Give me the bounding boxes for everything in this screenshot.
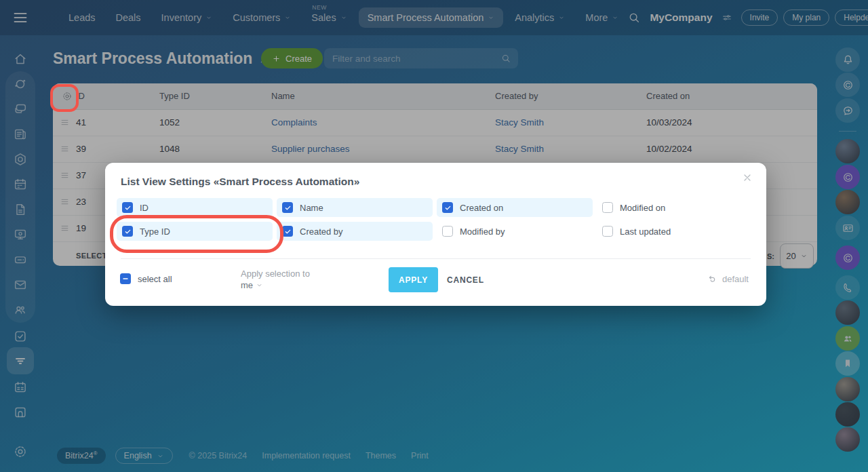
checkbox-checked[interactable] [282,226,293,237]
apply-to-value: me [241,279,253,291]
field-option-label: Name [300,203,323,213]
cancel-button[interactable]: CANCEL [447,275,484,285]
field-option-label: Created by [300,227,343,237]
checkbox-indeterminate[interactable] [120,273,131,284]
field-option-label: Last updated [620,227,671,237]
field-option-type-id[interactable]: Type ID [117,222,273,241]
field-option-label: ID [140,203,149,213]
list-view-settings-modal: List View Settings «Smart Process Automa… [105,163,766,306]
checkbox-checked[interactable] [442,202,453,213]
field-option-label: Modified by [460,227,505,237]
field-option-modified-on[interactable]: Modified on [597,198,753,217]
close-icon[interactable] [742,172,755,186]
field-option-last-updated[interactable]: Last updated [597,222,753,241]
checkbox-checked[interactable] [122,202,133,213]
apply-button[interactable]: APPLY [389,267,438,292]
checkbox-unchecked[interactable] [602,226,613,237]
field-option-modified-by[interactable]: Modified by [437,222,593,241]
checkbox-checked[interactable] [282,202,293,213]
default-label: default [722,274,749,284]
field-option-created-on[interactable]: Created on [437,198,593,217]
field-option-label: Type ID [140,227,170,237]
reset-default-button[interactable]: default [707,274,749,284]
checkbox-checked[interactable] [122,226,133,237]
field-option-label: Created on [460,203,503,213]
modal-title: List View Settings «Smart Process Automa… [121,176,359,188]
select-all-label: select all [138,274,172,284]
undo-icon [707,274,717,284]
apply-to-label: Apply selection to [241,268,310,279]
checkbox-unchecked[interactable] [602,202,613,213]
checkbox-unchecked[interactable] [442,226,453,237]
select-all-checkbox[interactable]: select all [120,273,172,284]
field-option-id[interactable]: ID [117,198,273,217]
field-option-label: Modified on [620,203,665,213]
field-option-name[interactable]: Name [277,198,433,217]
apply-selection-to-dropdown[interactable]: Apply selection to me [241,268,310,291]
modal-divider [121,258,751,259]
field-checkbox-grid: IDNameCreated onModified onType IDCreate… [117,198,753,241]
field-option-created-by[interactable]: Created by [277,222,433,241]
chevron-down-icon [256,281,263,289]
